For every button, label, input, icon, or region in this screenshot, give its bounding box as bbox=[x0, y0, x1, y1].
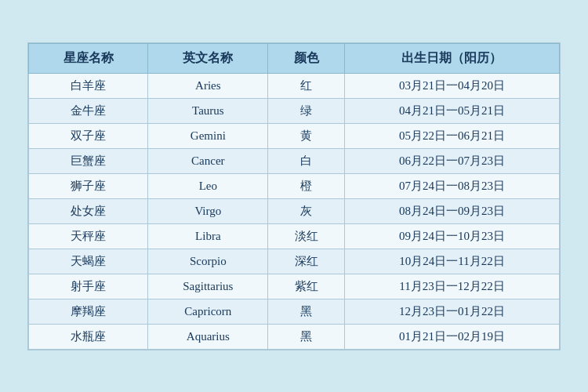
cell-chinese-name: 处女座 bbox=[29, 198, 148, 223]
table-row: 狮子座Leo橙07月24日一08月23日 bbox=[29, 173, 560, 198]
cell-color: 黑 bbox=[268, 324, 345, 349]
cell-english-name: Scorpio bbox=[148, 249, 268, 274]
table-row: 射手座Sagittarius紫红11月23日一12月22日 bbox=[29, 274, 560, 299]
cell-color: 红 bbox=[268, 73, 345, 98]
zodiac-table-container: 星座名称 英文名称 颜色 出生日期（阳历） 白羊座Aries红03月21日一04… bbox=[27, 42, 561, 350]
table-row: 处女座Virgo灰08月24日一09月23日 bbox=[29, 198, 560, 223]
table-row: 白羊座Aries红03月21日一04月20日 bbox=[29, 73, 560, 98]
cell-english-name: Aries bbox=[148, 73, 268, 98]
cell-dates: 06月22日一07月23日 bbox=[344, 148, 559, 173]
cell-color: 深红 bbox=[268, 249, 345, 274]
cell-chinese-name: 巨蟹座 bbox=[29, 148, 148, 173]
table-row: 巨蟹座Cancer白06月22日一07月23日 bbox=[29, 148, 560, 173]
cell-dates: 12月23日一01月22日 bbox=[344, 299, 559, 324]
table-row: 双子座Gemini黄05月22日一06月21日 bbox=[29, 123, 560, 148]
cell-color: 淡红 bbox=[268, 223, 345, 249]
table-row: 天蝎座Scorpio深红10月24日一11月22日 bbox=[29, 249, 560, 274]
cell-chinese-name: 天蝎座 bbox=[29, 249, 148, 274]
cell-chinese-name: 水瓶座 bbox=[29, 324, 148, 349]
cell-dates: 03月21日一04月20日 bbox=[344, 73, 559, 98]
table-row: 金牛座Taurus绿04月21日一05月21日 bbox=[29, 98, 560, 123]
cell-chinese-name: 金牛座 bbox=[29, 98, 148, 123]
header-chinese-name: 星座名称 bbox=[29, 43, 148, 73]
cell-english-name: Virgo bbox=[148, 198, 268, 223]
zodiac-table: 星座名称 英文名称 颜色 出生日期（阳历） 白羊座Aries红03月21日一04… bbox=[28, 43, 560, 350]
cell-english-name: Aquarius bbox=[148, 324, 268, 349]
cell-english-name: Leo bbox=[148, 173, 268, 198]
table-row: 摩羯座Capricorn黑12月23日一01月22日 bbox=[29, 299, 560, 324]
cell-color: 白 bbox=[268, 148, 345, 173]
cell-english-name: Libra bbox=[148, 223, 268, 249]
cell-dates: 05月22日一06月21日 bbox=[344, 123, 559, 148]
cell-dates: 07月24日一08月23日 bbox=[344, 173, 559, 198]
cell-english-name: Taurus bbox=[148, 98, 268, 123]
cell-chinese-name: 摩羯座 bbox=[29, 299, 148, 324]
cell-color: 黑 bbox=[268, 299, 345, 324]
cell-color: 紫红 bbox=[268, 274, 345, 299]
cell-english-name: Gemini bbox=[148, 123, 268, 148]
cell-english-name: Capricorn bbox=[148, 299, 268, 324]
cell-color: 绿 bbox=[268, 98, 345, 123]
cell-dates: 08月24日一09月23日 bbox=[344, 198, 559, 223]
cell-english-name: Cancer bbox=[148, 148, 268, 173]
cell-english-name: Sagittarius bbox=[148, 274, 268, 299]
cell-color: 橙 bbox=[268, 173, 345, 198]
cell-color: 灰 bbox=[268, 198, 345, 223]
header-english-name: 英文名称 bbox=[148, 43, 268, 73]
cell-dates: 11月23日一12月22日 bbox=[344, 274, 559, 299]
cell-dates: 10月24日一11月22日 bbox=[344, 249, 559, 274]
table-row: 天秤座Libra淡红09月24日一10月23日 bbox=[29, 223, 560, 249]
cell-dates: 01月21日一02月19日 bbox=[344, 324, 559, 349]
cell-color: 黄 bbox=[268, 123, 345, 148]
cell-chinese-name: 天秤座 bbox=[29, 223, 148, 249]
table-row: 水瓶座Aquarius黑01月21日一02月19日 bbox=[29, 324, 560, 349]
cell-chinese-name: 双子座 bbox=[29, 123, 148, 148]
cell-chinese-name: 狮子座 bbox=[29, 173, 148, 198]
cell-chinese-name: 射手座 bbox=[29, 274, 148, 299]
table-header-row: 星座名称 英文名称 颜色 出生日期（阳历） bbox=[29, 43, 560, 73]
table-body: 白羊座Aries红03月21日一04月20日金牛座Taurus绿04月21日一0… bbox=[29, 73, 560, 349]
header-color: 颜色 bbox=[268, 43, 345, 73]
cell-dates: 09月24日一10月23日 bbox=[344, 223, 559, 249]
cell-chinese-name: 白羊座 bbox=[29, 73, 148, 98]
cell-dates: 04月21日一05月21日 bbox=[344, 98, 559, 123]
header-birthdate: 出生日期（阳历） bbox=[344, 43, 559, 73]
